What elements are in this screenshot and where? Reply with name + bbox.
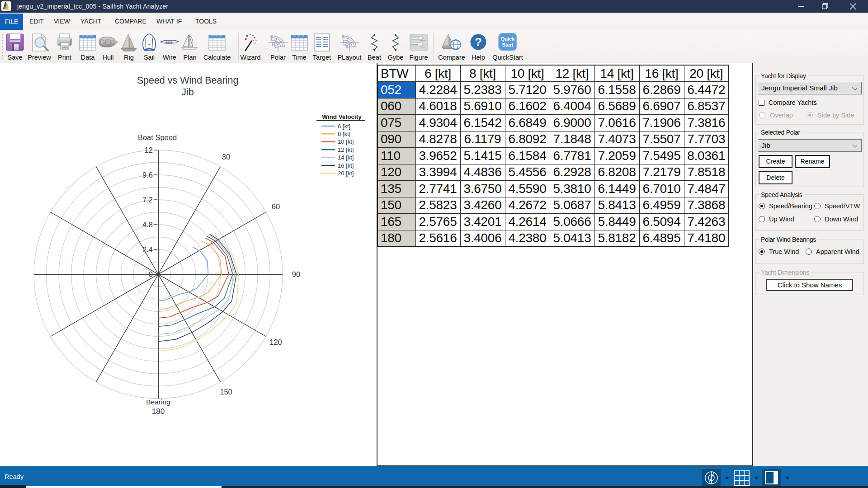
svg-text:9.6: 9.6 (142, 171, 153, 179)
svg-text:180: 180 (152, 407, 165, 416)
svg-text:16 [kt]: 16 [kt] (338, 162, 354, 169)
svg-text:2.4: 2.4 (142, 245, 153, 253)
svg-text:7.2: 7.2 (142, 196, 153, 204)
svg-text:Wind Velocity: Wind Velocity (322, 113, 362, 120)
svg-text:Quick: Quick (501, 36, 515, 42)
svg-text:Boat Speed: Boat Speed (138, 133, 177, 141)
svg-text:12 [kt]: 12 [kt] (338, 146, 354, 153)
svg-text:90: 90 (292, 270, 300, 278)
svg-text:120: 120 (269, 338, 282, 346)
svg-text:Jib: Jib (181, 87, 194, 98)
svg-text:Bearing: Bearing (146, 398, 170, 406)
svg-text:0: 0 (149, 270, 153, 278)
svg-text:6 [kt]: 6 [kt] (338, 123, 350, 130)
svg-text:Start: Start (502, 42, 513, 47)
svg-text:150: 150 (220, 388, 232, 396)
svg-text:60: 60 (272, 202, 280, 211)
svg-text:12: 12 (145, 146, 153, 154)
svg-text:14 [kt]: 14 [kt] (338, 154, 354, 161)
svg-text:10 [kt]: 10 [kt] (338, 138, 354, 145)
svg-text:Speed vs Wind Bearing: Speed vs Wind Bearing (137, 75, 239, 86)
svg-text:20 [kt]: 20 [kt] (338, 170, 354, 177)
svg-text:4.8: 4.8 (142, 221, 153, 229)
svg-text:8 [kt]: 8 [kt] (338, 131, 350, 137)
svg-text:?: ? (475, 35, 482, 49)
svg-text:30: 30 (222, 153, 230, 161)
